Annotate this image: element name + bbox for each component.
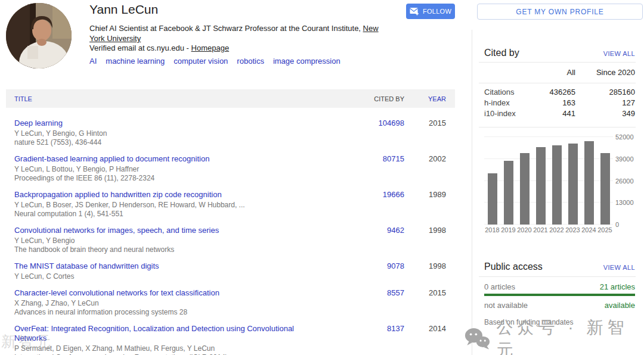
article-venue: The handbook of brain theory and neural …	[14, 245, 324, 254]
stat-label: Citations	[484, 88, 525, 96]
cited-by-cell: 80715	[339, 154, 404, 182]
chart-y-tick-label: 52000	[615, 133, 634, 141]
cited-by-cell: 19666	[339, 190, 404, 218]
follow-button[interactable]: FOLLOW	[406, 4, 455, 19]
article-title-link[interactable]: Gradient-based learning applied to docum…	[14, 154, 324, 164]
article-authors: Y LeCun, L Bottou, Y Bengio, P Haffner	[14, 165, 324, 173]
cited-by-view-all-link[interactable]: VIEW ALL	[603, 50, 635, 57]
chart-bar-slot	[484, 137, 500, 225]
article-year: 2015	[404, 119, 446, 147]
cited-by-count-link[interactable]: 9078	[387, 261, 404, 270]
chart-year-label: 2019	[500, 226, 516, 233]
profile-photo[interactable]	[6, 3, 72, 68]
article-title-cell: The MNIST database of handwritten digits…	[14, 261, 339, 281]
sidebar: GET MY OWN PROFILE Cited by VIEW ALL All…	[477, 0, 643, 355]
cited-by-count-link[interactable]: 8557	[387, 288, 404, 297]
cited-by-cell: 9078	[339, 261, 404, 281]
chart-y-tick-label: 26000	[615, 178, 634, 185]
article-title-link[interactable]: The MNIST database of handwritten digits	[14, 261, 324, 271]
interests-list: AImachine learningcomputer visionrobotic…	[89, 57, 349, 66]
sidebar-divider-line	[472, 30, 472, 355]
chart-bar[interactable]	[584, 141, 594, 225]
cited-by-count-link[interactable]: 80715	[383, 154, 404, 163]
citation-columns-header: All Since 2020	[484, 68, 635, 77]
chart-bar[interactable]	[488, 173, 497, 225]
divider	[479, 276, 636, 277]
article-title-link[interactable]: OverFeat: Integrated Recognition, Locali…	[14, 324, 324, 343]
chart-year-label: 2024	[581, 226, 597, 233]
stat-value-since: 349	[575, 109, 635, 118]
article-authors: Y LeCun, C Cortes	[14, 272, 324, 281]
funding-mandates-note: Based on funding mandates	[484, 318, 573, 326]
interest-link[interactable]: computer vision	[174, 57, 228, 66]
interest-link[interactable]: machine learning	[106, 57, 165, 66]
cited-by-count-link[interactable]: 9462	[387, 226, 404, 235]
sort-by-year-header[interactable]: YEAR	[404, 95, 446, 102]
column-all-label: All	[525, 68, 575, 77]
cited-by-count-link[interactable]: 19666	[383, 190, 404, 199]
citation-stat-row: Citations436265285160	[484, 88, 635, 96]
chart-bar[interactable]	[504, 161, 513, 225]
chart-bar[interactable]	[520, 153, 530, 225]
stat-value-all: 441	[525, 109, 575, 118]
article-title-cell: Character-level convolutional networks f…	[14, 288, 339, 316]
cited-by-section-header: Cited by VIEW ALL	[484, 48, 635, 58]
chart-bar[interactable]	[600, 153, 610, 225]
article-title-link[interactable]: Character-level convolutional networks f…	[14, 288, 324, 298]
article-title-cell: Convolutional networks for images, speec…	[14, 226, 339, 254]
interest-link[interactable]: image compression	[273, 57, 340, 66]
profile-name: Yann LeCun	[89, 2, 158, 17]
verified-email: Verified email at cs.nyu.edu - Homepage	[89, 43, 229, 52]
article-year: 2015	[404, 288, 446, 316]
stat-label: i10-index	[484, 109, 525, 118]
article-venue: Neural computation 1 (4), 541-551	[14, 210, 324, 218]
cited-by-cell: 9462	[339, 226, 404, 254]
article-venue: nature 521 (7553), 436-444	[14, 138, 324, 147]
follow-label: FOLLOW	[423, 8, 451, 15]
article-year: 1989	[404, 190, 446, 218]
chart-bar-slot	[565, 137, 581, 225]
interest-link[interactable]: robotics	[237, 57, 264, 66]
chart-year-label: 2023	[565, 226, 581, 233]
chart-bar[interactable]	[568, 144, 578, 225]
divider	[479, 127, 636, 127]
citations-chart-plot[interactable]	[484, 137, 613, 225]
chart-x-axis: 20182019202020212022202320242025	[484, 226, 613, 233]
public-access-labels: not available available	[484, 301, 635, 310]
articles-list: Deep learningY LeCun, Y Bengio, G Hinton…	[6, 113, 455, 355]
cited-by-count-link[interactable]: 104698	[379, 119, 404, 127]
article-venue: Proceedings of the IEEE 86 (11), 2278-23…	[14, 174, 324, 182]
stat-value-all: 436265	[525, 88, 575, 96]
articles-not-available-count: 0 articles	[484, 282, 515, 291]
not-available-label: not available	[484, 301, 528, 310]
public-access-view-all-link[interactable]: VIEW ALL	[603, 264, 635, 271]
get-my-own-profile-button[interactable]: GET MY OWN PROFILE	[477, 4, 643, 20]
article-year: 1998	[404, 226, 446, 254]
stat-label: h-index	[484, 98, 525, 107]
sort-by-title-header[interactable]: TITLE	[14, 95, 339, 102]
affiliation-text: Chief AI Scientist at Facebook & JT Schw…	[89, 24, 363, 33]
chart-bar-slot	[597, 137, 613, 225]
table-row: Deep learningY LeCun, Y Bengio, G Hinton…	[6, 113, 455, 149]
chart-bar-slot	[532, 137, 549, 225]
articles-table: TITLE CITED BY YEAR Deep learningY LeCun…	[6, 89, 455, 355]
article-title-link[interactable]: Deep learning	[14, 119, 324, 128]
article-title-link[interactable]: Backpropagation applied to handwritten z…	[14, 190, 324, 200]
article-authors: Y LeCun, Y Bengio, G Hinton	[14, 129, 324, 138]
chart-bar[interactable]	[536, 147, 546, 225]
chart-year-label: 2021	[532, 226, 549, 233]
public-access-progress-bar	[484, 294, 635, 296]
cited-by-count-link[interactable]: 8137	[387, 324, 404, 333]
interest-link[interactable]: AI	[89, 57, 97, 66]
chart-bar[interactable]	[552, 145, 562, 225]
table-row: The MNIST database of handwritten digits…	[6, 256, 455, 283]
chart-bars	[484, 137, 613, 225]
sort-by-citations-header[interactable]: CITED BY	[339, 95, 404, 102]
chart-year-label: 2018	[484, 226, 500, 233]
homepage-link[interactable]: Homepage	[191, 43, 230, 52]
table-row: OverFeat: Integrated Recognition, Locali…	[6, 319, 455, 355]
article-title-link[interactable]: Convolutional networks for images, speec…	[14, 226, 324, 235]
profile-affiliation: Chief AI Scientist at Facebook & JT Schw…	[89, 23, 390, 43]
public-access-title: Public access	[484, 261, 543, 272]
article-year: 1998	[404, 261, 446, 281]
